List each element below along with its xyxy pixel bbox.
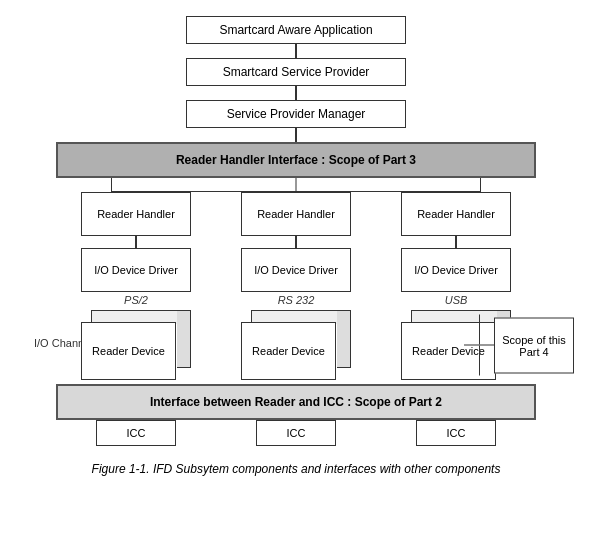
reader-handler-2: Reader Handler	[241, 192, 351, 236]
protocol-labels: PS/2 RS 232 USB	[56, 294, 536, 306]
column-3: Reader Handler I/O Device Driver	[396, 192, 516, 292]
svc-provider-mgr-box: Service Provider Manager	[186, 100, 406, 128]
reader-device-col-2: Reader Device	[241, 310, 351, 380]
smartcard-app-label: Smartcard Aware Application	[219, 23, 372, 37]
architecture-diagram: Smartcard Aware Application Smartcard Se…	[16, 16, 576, 446]
svc-provider-mgr-label: Service Provider Manager	[227, 107, 366, 121]
protocol-label-3: USB	[445, 294, 468, 306]
reader-handler-1-label: Reader Handler	[97, 208, 175, 220]
scope-with-arrow: Scope of this Part 4	[464, 315, 574, 376]
rd1-front: Reader Device	[81, 322, 176, 380]
column-2: Reader Handler I/O Device Driver	[236, 192, 356, 292]
reader-device-col-1: Reader Device	[81, 310, 191, 380]
col3-v1	[455, 236, 457, 248]
rd2-side	[337, 310, 351, 368]
smartcard-app-box: Smartcard Aware Application	[186, 16, 406, 44]
interface-bar-label: Interface between Reader and ICC : Scope…	[150, 395, 442, 409]
reader-handler-1: Reader Handler	[81, 192, 191, 236]
smartcard-svc-box: Smartcard Service Provider	[186, 58, 406, 86]
protocol-label-1: PS/2	[124, 294, 148, 306]
rd2-front: Reader Device	[241, 322, 336, 380]
io-channel-area: I/O Channel Scope of this Part 4	[16, 310, 576, 380]
interface-bar-wrapper: Interface between Reader and ICC : Scope…	[56, 384, 536, 420]
reader-handler-3-label: Reader Handler	[417, 208, 495, 220]
reader-handler-3: Reader Handler	[401, 192, 511, 236]
reader-handler-interface-label: Reader Handler Interface : Scope of Part…	[176, 153, 416, 167]
icc-3: ICC	[416, 420, 496, 446]
col2-v1	[295, 236, 297, 248]
reader-handler-2-label: Reader Handler	[257, 208, 335, 220]
h-connector-top	[56, 178, 536, 192]
smartcard-svc-label: Smartcard Service Provider	[223, 65, 370, 79]
figure-caption: Figure 1-1. IFD Subsytem components and …	[92, 462, 501, 476]
io-driver-3-label: I/O Device Driver	[414, 264, 498, 276]
protocol-label-2: RS 232	[278, 294, 315, 306]
interface-bar: Interface between Reader and ICC : Scope…	[56, 384, 536, 420]
icc-1: ICC	[96, 420, 176, 446]
scope-box: Scope of this Part 4	[494, 317, 574, 373]
scope-area: Scope of this Part 4	[464, 315, 574, 376]
connector-v1	[295, 44, 297, 58]
connector-v2	[295, 86, 297, 100]
icc-row: ICC ICC ICC	[56, 420, 536, 446]
col1-v1	[135, 236, 137, 248]
reader-device-1: Reader Device	[81, 310, 191, 380]
column-1: Reader Handler I/O Device Driver	[76, 192, 196, 292]
columns-top: Reader Handler I/O Device Driver Reader …	[56, 192, 536, 292]
reader-handler-interface-bar: Reader Handler Interface : Scope of Part…	[56, 142, 536, 178]
io-driver-1: I/O Device Driver	[81, 248, 191, 292]
icc-2: ICC	[256, 420, 336, 446]
io-driver-1-label: I/O Device Driver	[94, 264, 178, 276]
io-driver-2: I/O Device Driver	[241, 248, 351, 292]
rd1-side	[177, 310, 191, 368]
reader-device-2: Reader Device	[241, 310, 351, 380]
io-driver-2-label: I/O Device Driver	[254, 264, 338, 276]
connector-v3	[295, 128, 297, 142]
io-driver-3: I/O Device Driver	[401, 248, 511, 292]
